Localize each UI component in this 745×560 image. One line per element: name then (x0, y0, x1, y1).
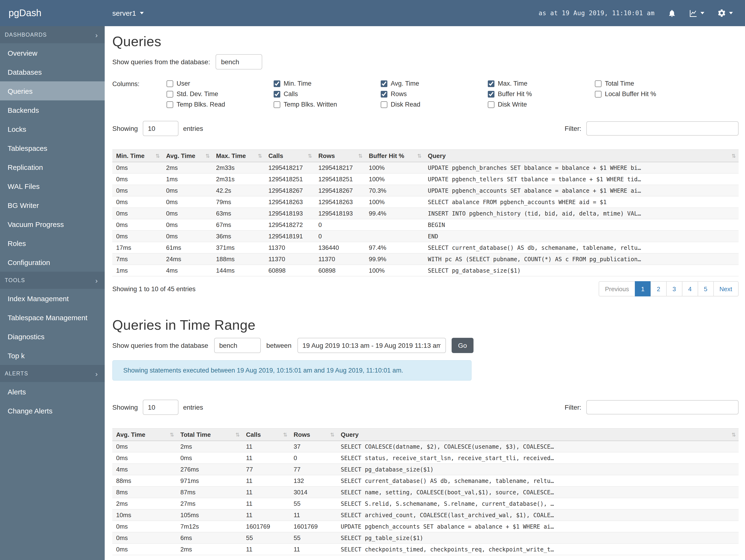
sort-icon[interactable]: ⇅ (170, 432, 174, 438)
page-button-4[interactable]: 4 (682, 281, 698, 296)
column-toggle-std-dev-time[interactable]: Std. Dev. Time (167, 90, 273, 98)
column-header-total-time[interactable]: Total Time⇅ (176, 428, 242, 441)
query-link[interactable]: SELECT COALESCE(datname, $2), COALESCE(u… (337, 441, 738, 452)
sort-icon[interactable]: ⇅ (283, 432, 287, 438)
sort-icon[interactable]: ⇅ (330, 432, 334, 438)
column-header-max-time[interactable]: Max. Time⇅ (212, 150, 265, 162)
query-link[interactable]: UPDATE pgbench_tellers SET tbalance = tb… (424, 173, 738, 185)
filter-input[interactable] (586, 121, 738, 136)
column-toggle-total-time[interactable]: Total Time (595, 80, 702, 87)
column-toggle-disk-read[interactable]: Disk Read (381, 101, 488, 108)
column-toggle-buffer-hit[interactable]: Buffer Hit % (488, 90, 595, 98)
column-header-query[interactable]: Query⇅ (424, 150, 738, 162)
settings-menu-button[interactable] (717, 8, 733, 18)
sidebar-item-configuration[interactable]: Configuration (0, 253, 105, 272)
column-header-calls[interactable]: Calls⇅ (242, 428, 290, 441)
column-header-min-time[interactable]: Min. Time⇅ (112, 150, 162, 162)
page-button-next[interactable]: Next (713, 281, 738, 296)
checkbox-max-time[interactable] (488, 80, 494, 87)
sidebar-item-queries[interactable]: Queries (0, 81, 105, 100)
column-header-query[interactable]: Query⇅ (337, 428, 738, 441)
charts-menu-button[interactable] (689, 9, 704, 18)
query-link[interactable]: SELECT checkpoints_timed, checkpoints_re… (337, 543, 738, 555)
sidebar-item-databases[interactable]: Databases (0, 62, 105, 81)
query-link[interactable]: BEGIN (424, 219, 738, 231)
sidebar-item-diagnostics[interactable]: Diagnostics (0, 327, 105, 346)
sidebar-item-change-alerts[interactable]: Change Alerts (0, 401, 105, 420)
query-link[interactable]: SELECT archived_count, COALESCE(last_arc… (337, 509, 738, 521)
column-toggle-user[interactable]: User (167, 80, 273, 87)
app-logo[interactable]: pgDash (0, 8, 105, 19)
checkbox-temp-blks-written[interactable] (273, 101, 280, 108)
sort-icon[interactable]: ⇅ (732, 153, 736, 159)
sort-icon[interactable]: ⇅ (156, 153, 160, 159)
query-link[interactable]: SELECT status, receive_start_lsn, receiv… (337, 452, 738, 464)
sort-icon[interactable]: ⇅ (732, 432, 736, 438)
checkbox-avg-time[interactable] (381, 80, 387, 87)
column-toggle-temp-blks-read[interactable]: Temp Blks. Read (167, 101, 273, 108)
column-toggle-temp-blks-written[interactable]: Temp Blks. Written (273, 101, 381, 108)
entries-count-input[interactable] (142, 400, 178, 415)
checkbox-rows[interactable] (381, 91, 387, 97)
column-toggle-local-buffer-hit[interactable]: Local Buffer Hit % (595, 90, 702, 98)
query-link[interactable]: SELECT abalance FROM pgbench_accounts WH… (424, 196, 738, 208)
query-link[interactable]: SELECT current_database() AS db, scheman… (337, 475, 738, 487)
column-toggle-calls[interactable]: Calls (273, 90, 381, 98)
column-header-rows[interactable]: Rows⇅ (290, 428, 337, 441)
sidebar-item-locks[interactable]: Locks (0, 120, 105, 138)
entries-count-input[interactable] (142, 121, 178, 136)
column-toggle-avg-time[interactable]: Avg. Time (381, 80, 488, 87)
checkbox-total-time[interactable] (595, 80, 602, 87)
column-header-avg-time[interactable]: Avg. Time⇅ (112, 428, 176, 441)
column-toggle-max-time[interactable]: Max. Time (488, 80, 595, 87)
database-input[interactable] (216, 54, 262, 69)
checkbox-buffer-hit[interactable] (488, 91, 494, 97)
filter-input[interactable] (586, 400, 738, 415)
sidebar-item-overview[interactable]: Overview (0, 43, 105, 62)
sidebar-section-dashboards[interactable]: DASHBOARDS› (0, 26, 105, 43)
sort-icon[interactable]: ⇅ (205, 153, 210, 159)
sidebar-item-index-management[interactable]: Index Management (0, 289, 105, 308)
sort-icon[interactable]: ⇅ (358, 153, 363, 159)
checkbox-calls[interactable] (273, 91, 280, 97)
sidebar-item-top-k[interactable]: Top k (0, 346, 105, 365)
page-button-previous[interactable]: Previous (599, 281, 635, 296)
query-link[interactable]: WITH pc AS (SELECT pubname, COUNT(*) AS … (424, 253, 738, 265)
query-link[interactable]: SELECT pg_table_size($1) (337, 532, 738, 543)
server-selector[interactable]: server1 (112, 9, 144, 17)
page-button-5[interactable]: 5 (698, 281, 714, 296)
sidebar-item-bg-writer[interactable]: BG Writer (0, 196, 105, 215)
column-header-buffer-hit[interactable]: Buffer Hit %⇅ (365, 150, 424, 162)
sidebar-section-tools[interactable]: TOOLS› (0, 272, 105, 289)
sidebar-item-tablespace-management[interactable]: Tablespace Management (0, 308, 105, 327)
sidebar-item-backends[interactable]: Backends (0, 100, 105, 120)
column-header-avg-time[interactable]: Avg. Time⇅ (162, 150, 212, 162)
query-link[interactable]: SELECT pg_database_size($1) (424, 265, 738, 276)
checkbox-disk-write[interactable] (488, 101, 494, 108)
checkbox-user[interactable] (167, 80, 173, 87)
query-link[interactable]: SELECT name, setting, COALESCE(boot_val,… (337, 487, 738, 498)
column-toggle-rows[interactable]: Rows (381, 90, 488, 98)
query-link[interactable]: UPDATE pgbench_accounts SET abalance = a… (424, 185, 738, 196)
sort-icon[interactable]: ⇅ (417, 153, 422, 159)
checkbox-disk-read[interactable] (381, 101, 387, 108)
checkbox-std-dev-time[interactable] (167, 91, 173, 97)
sidebar-item-replication[interactable]: Replication (0, 158, 105, 176)
query-link[interactable]: SELECT S.relid, S.schemaname, S.relname,… (337, 498, 738, 509)
query-link[interactable]: SELECT current_database() AS db, scheman… (424, 242, 738, 253)
sidebar-item-roles[interactable]: Roles (0, 234, 105, 253)
page-button-2[interactable]: 2 (651, 281, 667, 296)
query-link[interactable]: INSERT INTO pgbench_history (tid, bid, a… (424, 208, 738, 219)
checkbox-temp-blks-read[interactable] (167, 101, 173, 108)
go-button[interactable]: Go (451, 338, 474, 353)
sidebar-item-wal-files[interactable]: WAL Files (0, 176, 105, 196)
column-toggle-disk-write[interactable]: Disk Write (488, 101, 595, 108)
query-link[interactable]: UPDATE pgbench_accounts SET abalance = a… (337, 521, 738, 532)
sort-icon[interactable]: ⇅ (308, 153, 312, 159)
database-input[interactable] (214, 338, 261, 353)
query-link[interactable]: UPDATE pgbench_branches SET bbalance = b… (424, 162, 738, 173)
sidebar-item-vacuum-progress[interactable]: Vacuum Progress (0, 215, 105, 234)
sort-icon[interactable]: ⇅ (258, 153, 262, 159)
sidebar-item-tablespaces[interactable]: Tablespaces (0, 138, 105, 158)
page-button-1[interactable]: 1 (635, 281, 651, 296)
